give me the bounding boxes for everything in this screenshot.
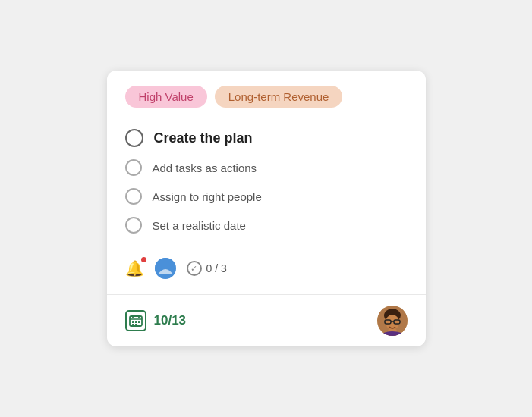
svg-rect-8 — [132, 324, 134, 325]
tasks-list: Create the plan Add tasks as actions Ass… — [125, 123, 408, 240]
calendar-icon[interactable] — [125, 310, 146, 331]
task-label: Add tasks as actions — [153, 161, 257, 174]
date-label: 10/13 — [154, 313, 187, 328]
task-radio[interactable] — [125, 129, 143, 147]
check-count-label: 0 / 3 — [206, 262, 227, 274]
task-radio[interactable] — [125, 188, 142, 205]
user-avatar-blue — [155, 258, 176, 279]
task-item[interactable]: Add tasks as actions — [125, 153, 408, 182]
tag-long-term[interactable]: Long-term Revenue — [215, 86, 343, 108]
user-photo-avatar[interactable] — [377, 306, 408, 336]
task-label: Assign to right people — [153, 190, 262, 203]
task-item[interactable]: Set a realistic date — [125, 211, 408, 240]
svg-point-0 — [155, 258, 176, 279]
check-count: 0 / 3 — [187, 261, 227, 276]
task-label: Create the plan — [154, 130, 253, 146]
check-circle-icon — [187, 261, 202, 276]
task-label: Set a realistic date — [153, 219, 246, 232]
svg-rect-6 — [135, 321, 137, 323]
svg-rect-5 — [132, 321, 134, 323]
meta-row: 🔔 0 / 3 — [125, 253, 408, 282]
date-area: 10/13 — [125, 310, 187, 331]
svg-point-12 — [386, 315, 399, 330]
task-radio[interactable] — [125, 217, 142, 234]
tag-high-value[interactable]: High Value — [125, 86, 207, 108]
bell-icon[interactable]: 🔔 — [125, 259, 144, 277]
card-main: High Value Long-term Revenue Create the … — [107, 71, 426, 294]
svg-rect-7 — [138, 321, 140, 323]
svg-rect-9 — [135, 324, 137, 325]
task-card: High Value Long-term Revenue Create the … — [107, 71, 426, 346]
task-item[interactable]: Create the plan — [125, 123, 408, 153]
task-radio[interactable] — [125, 159, 142, 176]
task-item[interactable]: Assign to right people — [125, 182, 408, 211]
tags-row: High Value Long-term Revenue — [125, 86, 408, 108]
card-footer: 10/13 — [107, 294, 426, 346]
